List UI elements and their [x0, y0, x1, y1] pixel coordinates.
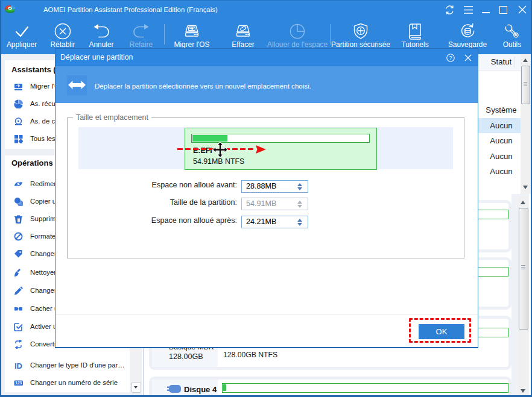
svg-text:123: 123: [15, 381, 22, 385]
svg-text:ID: ID: [14, 361, 22, 370]
svg-text:?: ?: [449, 55, 452, 61]
